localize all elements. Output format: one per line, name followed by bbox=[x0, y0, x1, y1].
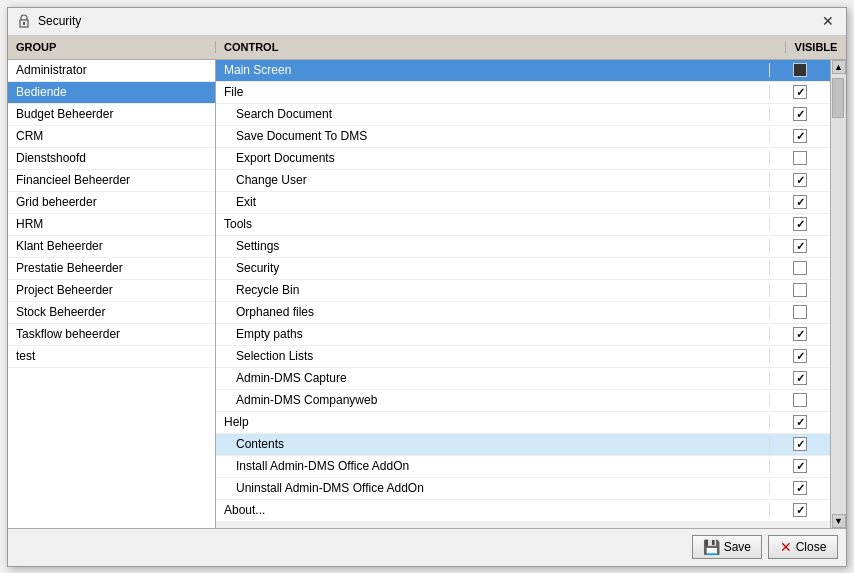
visible-column-header: VISIBLE bbox=[786, 41, 846, 53]
control-row-search-document[interactable]: Search Document bbox=[216, 104, 830, 126]
checkbox-uninstall-admin-dms-office-addon[interactable] bbox=[793, 481, 807, 495]
group-item-crm[interactable]: CRM bbox=[8, 126, 215, 148]
checkbox-search-document[interactable] bbox=[793, 107, 807, 121]
checkbox-recycle-bin[interactable] bbox=[793, 283, 807, 297]
control-visible-file bbox=[770, 85, 830, 99]
control-row-change-user[interactable]: Change User bbox=[216, 170, 830, 192]
scroll-down-button[interactable]: ▼ bbox=[832, 514, 846, 528]
control-visible-empty-paths bbox=[770, 327, 830, 341]
scroll-thumb[interactable] bbox=[832, 78, 844, 118]
table-body: AdministratorBediendeBudget BeheerderCRM… bbox=[8, 60, 846, 528]
save-label: Save bbox=[724, 540, 751, 554]
scroll-up-button[interactable]: ▲ bbox=[832, 60, 846, 74]
control-visible-change-user bbox=[770, 173, 830, 187]
checkbox-tools[interactable] bbox=[793, 217, 807, 231]
checkbox-admin-dms-companyweb[interactable] bbox=[793, 393, 807, 407]
checkbox-change-user[interactable] bbox=[793, 173, 807, 187]
checkbox-contents[interactable] bbox=[793, 437, 807, 451]
close-label: Close bbox=[796, 540, 827, 554]
control-row-recycle-bin[interactable]: Recycle Bin bbox=[216, 280, 830, 302]
window-title: Security bbox=[38, 14, 81, 28]
control-name-settings: Settings bbox=[216, 239, 770, 253]
control-row-admin-dms-companyweb[interactable]: Admin-DMS Companyweb bbox=[216, 390, 830, 412]
control-row-main-screen[interactable]: Main Screen bbox=[216, 60, 830, 82]
control-row-about[interactable]: About... bbox=[216, 500, 830, 522]
checkbox-about[interactable] bbox=[793, 503, 807, 517]
control-row-help[interactable]: Help bbox=[216, 412, 830, 434]
checkbox-help[interactable] bbox=[793, 415, 807, 429]
control-list: Main ScreenFileSearch DocumentSave Docum… bbox=[216, 60, 830, 528]
control-name-install-admin-dms-office-addon: Install Admin-DMS Office AddOn bbox=[216, 459, 770, 473]
group-item-financieel-beheerder[interactable]: Financieel Beheerder bbox=[8, 170, 215, 192]
control-name-recycle-bin: Recycle Bin bbox=[216, 283, 770, 297]
security-icon bbox=[16, 13, 32, 29]
control-row-uninstall-admin-dms-office-addon[interactable]: Uninstall Admin-DMS Office AddOn bbox=[216, 478, 830, 500]
group-item-stock-beheerder[interactable]: Stock Beheerder bbox=[8, 302, 215, 324]
control-name-about: About... bbox=[216, 503, 770, 517]
checkbox-security[interactable] bbox=[793, 261, 807, 275]
control-column-header: CONTROL bbox=[216, 41, 786, 53]
control-name-main-screen: Main Screen bbox=[216, 63, 770, 77]
main-content: GROUP CONTROL VISIBLE AdministratorBedie… bbox=[8, 36, 846, 528]
control-name-search-document: Search Document bbox=[216, 107, 770, 121]
control-name-tools: Tools bbox=[216, 217, 770, 231]
footer: 💾 Save ✕ Close bbox=[8, 528, 846, 566]
group-item-bediende[interactable]: Bediende bbox=[8, 82, 215, 104]
control-name-selection-lists: Selection Lists bbox=[216, 349, 770, 363]
group-column-header: GROUP bbox=[8, 41, 216, 53]
group-item-test[interactable]: test bbox=[8, 346, 215, 368]
checkbox-settings[interactable] bbox=[793, 239, 807, 253]
checkbox-admin-dms-capture[interactable] bbox=[793, 371, 807, 385]
group-item-klant-beheerder[interactable]: Klant Beheerder bbox=[8, 236, 215, 258]
control-row-tools[interactable]: Tools bbox=[216, 214, 830, 236]
close-icon: ✕ bbox=[780, 539, 792, 555]
control-row-contents[interactable]: Contents bbox=[216, 434, 830, 456]
control-name-admin-dms-companyweb: Admin-DMS Companyweb bbox=[216, 393, 770, 407]
visibility-square-main-screen[interactable] bbox=[793, 63, 807, 77]
control-row-security[interactable]: Security bbox=[216, 258, 830, 280]
control-row-file[interactable]: File bbox=[216, 82, 830, 104]
control-visible-orphaned-files bbox=[770, 305, 830, 319]
close-window-button[interactable]: ✕ bbox=[818, 11, 838, 31]
control-row-admin-dms-capture[interactable]: Admin-DMS Capture bbox=[216, 368, 830, 390]
checkbox-selection-lists[interactable] bbox=[793, 349, 807, 363]
group-list[interactable]: AdministratorBediendeBudget BeheerderCRM… bbox=[8, 60, 216, 528]
save-button[interactable]: 💾 Save bbox=[692, 535, 762, 559]
control-visible-security bbox=[770, 261, 830, 275]
control-name-exit: Exit bbox=[216, 195, 770, 209]
group-item-taskflow-beheerder[interactable]: Taskflow beheerder bbox=[8, 324, 215, 346]
checkbox-save-document-to-dms[interactable] bbox=[793, 129, 807, 143]
control-row-save-document-to-dms[interactable]: Save Document To DMS bbox=[216, 126, 830, 148]
checkbox-file[interactable] bbox=[793, 85, 807, 99]
checkbox-empty-paths[interactable] bbox=[793, 327, 807, 341]
checkbox-exit[interactable] bbox=[793, 195, 807, 209]
group-item-administrator[interactable]: Administrator bbox=[8, 60, 215, 82]
control-row-install-admin-dms-office-addon[interactable]: Install Admin-DMS Office AddOn bbox=[216, 456, 830, 478]
checkbox-orphaned-files[interactable] bbox=[793, 305, 807, 319]
control-row-selection-lists[interactable]: Selection Lists bbox=[216, 346, 830, 368]
group-item-project-beheerder[interactable]: Project Beheerder bbox=[8, 280, 215, 302]
group-item-dienstshoofd[interactable]: Dienstshoofd bbox=[8, 148, 215, 170]
scrollbar[interactable]: ▲ ▼ bbox=[830, 60, 846, 528]
control-visible-about bbox=[770, 503, 830, 517]
control-visible-export-documents bbox=[770, 151, 830, 165]
checkbox-install-admin-dms-office-addon[interactable] bbox=[793, 459, 807, 473]
group-item-hrm[interactable]: HRM bbox=[8, 214, 215, 236]
control-row-export-documents[interactable]: Export Documents bbox=[216, 148, 830, 170]
control-row-settings[interactable]: Settings bbox=[216, 236, 830, 258]
control-name-export-documents: Export Documents bbox=[216, 151, 770, 165]
control-visible-save-document-to-dms bbox=[770, 129, 830, 143]
group-item-prestatie-beheerder[interactable]: Prestatie Beheerder bbox=[8, 258, 215, 280]
control-row-empty-paths[interactable]: Empty paths bbox=[216, 324, 830, 346]
control-row-exit[interactable]: Exit bbox=[216, 192, 830, 214]
titlebar: Security ✕ bbox=[8, 8, 846, 36]
titlebar-left: Security bbox=[16, 13, 81, 29]
control-name-admin-dms-capture: Admin-DMS Capture bbox=[216, 371, 770, 385]
group-item-budget-beheerder[interactable]: Budget Beheerder bbox=[8, 104, 215, 126]
checkbox-export-documents[interactable] bbox=[793, 151, 807, 165]
control-visible-settings bbox=[770, 239, 830, 253]
control-row-orphaned-files[interactable]: Orphaned files bbox=[216, 302, 830, 324]
table-header: GROUP CONTROL VISIBLE bbox=[8, 36, 846, 60]
close-button[interactable]: ✕ Close bbox=[768, 535, 838, 559]
group-item-grid-beheerder[interactable]: Grid beheerder bbox=[8, 192, 215, 214]
